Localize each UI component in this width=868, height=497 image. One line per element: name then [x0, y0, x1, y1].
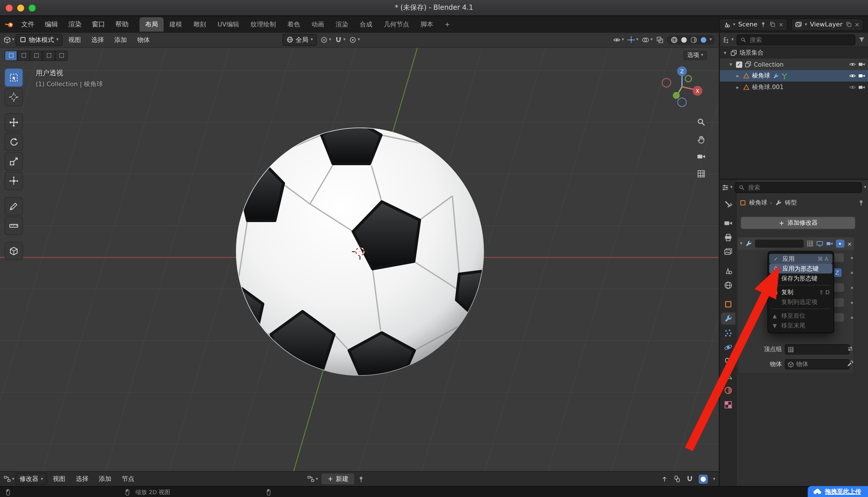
- modifier-name-field[interactable]: [755, 240, 804, 247]
- props-tab-physics[interactable]: [721, 341, 735, 353]
- close-icon[interactable]: ×: [854, 21, 859, 28]
- props-tab-render[interactable]: [721, 217, 735, 229]
- select-mode-intersect-button[interactable]: [55, 51, 68, 61]
- menu-select[interactable]: 选择: [87, 34, 108, 45]
- outliner-row-object-active[interactable]: ▸ 棱角球: [720, 70, 868, 82]
- breadcrumb-object[interactable]: 棱角球: [749, 199, 767, 207]
- collection-checkbox-icon[interactable]: ✓: [736, 61, 742, 68]
- workspace-tab-modeling[interactable]: 建模: [164, 17, 188, 32]
- material-shading-icon[interactable]: [690, 36, 697, 44]
- zoom-icon[interactable]: [697, 118, 706, 126]
- breadcrumb-modifier[interactable]: 铸型: [785, 199, 797, 207]
- decorator-dot[interactable]: [851, 257, 853, 259]
- props-tab-scene[interactable]: [721, 265, 735, 277]
- view-layer-selector[interactable]: ▾ ViewLayer ×: [791, 18, 864, 31]
- decorator-dot[interactable]: [851, 316, 853, 319]
- menu-view[interactable]: 视图: [64, 34, 86, 45]
- menu-add[interactable]: 添加: [109, 34, 131, 45]
- overlays-dropdown[interactable]: ▾: [642, 36, 653, 44]
- outliner-row-scene-collection[interactable]: ▾ 场景集合: [720, 47, 868, 59]
- properties-search-input[interactable]: [747, 183, 858, 191]
- menu-edit[interactable]: 编辑: [40, 18, 63, 30]
- camera-icon[interactable]: [858, 72, 865, 79]
- copy-icon[interactable]: [769, 21, 776, 28]
- viewport-canvas[interactable]: [0, 48, 719, 471]
- close-icon[interactable]: ×: [779, 21, 784, 28]
- menu-add[interactable]: 添加: [94, 473, 116, 484]
- props-tab-particles[interactable]: [721, 327, 735, 339]
- properties-search[interactable]: [735, 182, 862, 193]
- expand-icon[interactable]: ▸: [735, 84, 740, 90]
- select-mode-invert-button[interactable]: [43, 51, 55, 61]
- eye-icon[interactable]: [849, 84, 856, 91]
- modifier-panel-header[interactable]: ▾ ▾ ×: [738, 237, 854, 250]
- menu-help[interactable]: 帮助: [110, 18, 134, 30]
- workspace-tab-uv[interactable]: UV编辑: [212, 17, 245, 32]
- props-tab-material[interactable]: [721, 384, 735, 396]
- tool-select-box[interactable]: [4, 68, 23, 87]
- copy-icon[interactable]: [845, 21, 852, 28]
- object-visibility-dropdown[interactable]: ▾: [613, 36, 624, 44]
- proportional-editing-toggle[interactable]: ▾: [349, 36, 360, 44]
- invert-swap-icon[interactable]: [847, 345, 854, 352]
- viewport-3d[interactable]: 选项 ▾ 用户透视 (1) Collection | 棱角球: [0, 48, 719, 471]
- snap-magnet-icon[interactable]: [686, 475, 693, 483]
- geometry-nodes-icon[interactable]: [781, 73, 788, 79]
- upload-overlay[interactable]: 拖拽至此上传: [808, 486, 868, 497]
- menu-file[interactable]: 文件: [16, 18, 40, 30]
- delete-modifier-icon[interactable]: ×: [847, 240, 852, 247]
- rendered-shading-icon[interactable]: [700, 36, 707, 44]
- props-tab-world[interactable]: [721, 279, 735, 291]
- soccer-ball[interactable]: [224, 118, 489, 379]
- add-workspace-button[interactable]: +: [439, 18, 456, 31]
- object-field[interactable]: 物体: [785, 359, 850, 369]
- camera-icon[interactable]: [858, 61, 865, 68]
- menu-item-apply-as-shape-key[interactable]: 应用为形态键: [769, 264, 833, 273]
- props-tab-tool[interactable]: [721, 198, 735, 210]
- workspace-tab-rendering[interactable]: 渲染: [330, 17, 354, 32]
- mode-selector[interactable]: 物体模式 ▾: [15, 34, 62, 46]
- xray-toggle[interactable]: [656, 36, 664, 44]
- blender-logo-icon[interactable]: [4, 20, 14, 29]
- props-tab-texture[interactable]: [721, 399, 735, 411]
- wireframe-shading-icon[interactable]: [671, 36, 678, 44]
- tool-scale[interactable]: [4, 152, 23, 171]
- snapping-toggle[interactable]: ▾: [335, 36, 345, 44]
- workspace-tab-scripting[interactable]: 脚本: [415, 17, 439, 32]
- workspace-tab-geometry-nodes[interactable]: 几何节点: [378, 17, 415, 32]
- pin-icon[interactable]: [858, 199, 865, 206]
- modifier-wrench-icon[interactable]: [773, 73, 779, 79]
- editor-mode-selector[interactable]: 修改器 ▾: [15, 473, 47, 485]
- menu-item-move-to-last[interactable]: ▼ 移至末尾: [768, 321, 834, 330]
- gizmos-dropdown[interactable]: ▾: [628, 36, 638, 44]
- workspace-tab-animation[interactable]: 动画: [306, 17, 330, 32]
- tool-transform[interactable]: [4, 172, 23, 190]
- collapse-icon[interactable]: ▾: [740, 241, 742, 246]
- overlays-toggle-icon[interactable]: [698, 474, 708, 483]
- modifier-extras-dropdown[interactable]: ▾: [836, 240, 844, 247]
- maximize-button[interactable]: [29, 4, 35, 11]
- new-node-tree-button[interactable]: 新建: [321, 473, 355, 485]
- outliner-search[interactable]: [737, 34, 855, 45]
- props-tab-object[interactable]: [721, 298, 735, 310]
- tool-rotate[interactable]: [4, 133, 23, 151]
- pivot-point-selector[interactable]: ▾: [320, 36, 331, 44]
- expand-icon[interactable]: ▸: [735, 73, 740, 79]
- outliner-search-input[interactable]: [749, 36, 851, 44]
- filter-funnel-icon[interactable]: [858, 36, 865, 43]
- editor-type-selector[interactable]: ▾: [3, 36, 14, 44]
- add-modifier-button[interactable]: 添加修改器: [740, 217, 855, 229]
- tool-add-cube[interactable]: [4, 242, 23, 260]
- tool-move[interactable]: [4, 113, 23, 131]
- workspace-tab-texture-paint[interactable]: 纹理绘制: [245, 17, 282, 32]
- menu-select[interactable]: 选择: [71, 473, 93, 484]
- props-tab-object-data[interactable]: [721, 370, 735, 382]
- props-tab-modifiers[interactable]: [721, 313, 735, 325]
- props-tab-constraints[interactable]: [721, 356, 735, 368]
- menu-item-duplicate[interactable]: 复制 ⇧ D: [768, 287, 834, 297]
- props-tab-output[interactable]: [721, 231, 735, 244]
- menu-node[interactable]: 节点: [117, 473, 139, 484]
- transform-orientation-selector[interactable]: 全局 ▾: [282, 34, 317, 46]
- outliner-row-object[interactable]: ▸ 棱角球.001: [720, 82, 868, 93]
- decorator-dot[interactable]: [851, 272, 853, 274]
